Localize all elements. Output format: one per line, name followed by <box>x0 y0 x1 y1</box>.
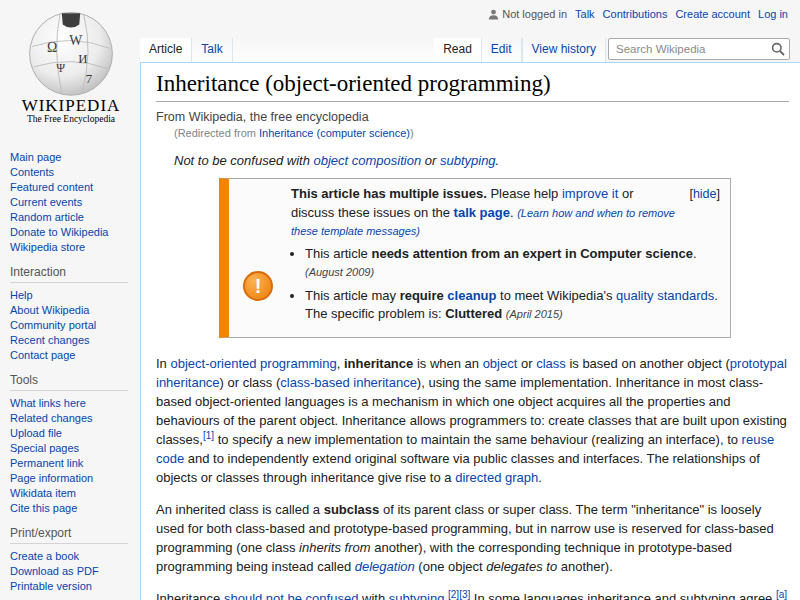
sidebar-item-special-pages[interactable]: Special pages <box>10 442 79 454</box>
sidebar-list-item: Community portal <box>10 318 132 333</box>
sidebar-item-contents[interactable]: Contents <box>10 166 54 178</box>
not-logged-in-label: Not logged in <box>502 8 567 20</box>
portal-heading: Interaction <box>10 265 128 283</box>
sidebar-list-item: Special pages <box>10 441 132 456</box>
reference-link[interactable]: [2] <box>448 588 459 599</box>
sidebar-list-item: Page information <box>10 471 132 486</box>
text-segment: This article has multiple issues. <box>291 186 487 201</box>
user-icon <box>488 9 499 20</box>
tab-talk[interactable]: Talk <box>191 38 232 62</box>
sidebar-list-item: Permanent link <box>10 456 132 471</box>
sidebar-item-permanent-link[interactable]: Permanent link <box>10 457 83 469</box>
hide-toggle[interactable]: [hide] <box>689 185 720 204</box>
svg-text:W: W <box>69 33 82 48</box>
sidebar-item-main-page[interactable]: Main page <box>10 151 61 163</box>
wikipedia-logo[interactable]: Ω W И 7 Ψ WIKIPEDIA The Free Encyclopedi… <box>10 6 132 144</box>
issues-list: This article needs attention from an exp… <box>285 245 722 329</box>
portal-print-export: Print/exportCreate a bookDownload as PDF… <box>10 526 132 594</box>
text-segment: (April 2015) <box>506 308 563 320</box>
wiki-link[interactable]: Inheritance (computer science) <box>259 127 410 139</box>
wiki-link[interactable]: should not be confused <box>224 591 358 600</box>
tab-read[interactable]: Read <box>434 38 481 62</box>
personal-link-talk[interactable]: Talk <box>575 8 595 20</box>
sidebar-item-upload-file[interactable]: Upload file <box>10 427 62 439</box>
sidebar-item-download-as-pdf[interactable]: Download as PDF <box>10 565 99 577</box>
wiki-link[interactable]: quality standards <box>616 288 714 303</box>
reference-link[interactable]: [3] <box>459 588 470 599</box>
reference-link[interactable]: [1] <box>203 429 214 440</box>
tab-strip: ArticleTalk ReadEditView history <box>140 38 606 62</box>
wiki-link[interactable]: hide <box>693 187 717 201</box>
text-segment: . <box>538 470 542 485</box>
text-segment: or <box>517 356 536 371</box>
sidebar-item-cite-this-page[interactable]: Cite this page <box>10 502 77 514</box>
portal-heading: Print/export <box>10 526 128 544</box>
sidebar-item-recent-changes[interactable]: Recent changes <box>10 334 90 346</box>
text-segment: (Redirected from <box>174 127 259 139</box>
personal-link-contributions[interactable]: Contributions <box>603 8 668 20</box>
text-segment: inherits from <box>299 540 371 555</box>
sidebar-item-printable-version[interactable]: Printable version <box>10 580 92 592</box>
text-segment: with <box>358 591 388 600</box>
sidebar-item-wikipedia-store[interactable]: Wikipedia store <box>10 241 85 253</box>
wiki-link[interactable]: talk page <box>454 205 510 220</box>
sidebar-list-item: Upload file <box>10 426 132 441</box>
svg-text:7: 7 <box>86 72 93 86</box>
wiki-link[interactable]: subtyping <box>389 591 445 600</box>
text-segment: another). <box>557 559 613 574</box>
tab-article[interactable]: Article <box>140 38 191 62</box>
wikipedia-globe-icon: Ω W И 7 Ψ <box>25 6 117 98</box>
search-input[interactable] <box>608 38 790 60</box>
wiki-link[interactable]: class <box>536 356 566 371</box>
sidebar-item-community-portal[interactable]: Community portal <box>10 319 96 331</box>
wiki-link[interactable]: improve it <box>562 186 618 201</box>
tab-edit[interactable]: Edit <box>481 38 522 62</box>
sidebar-list-item: Current events <box>10 195 132 210</box>
text-segment: subclass <box>324 502 380 517</box>
sidebar-list-item: What links here <box>10 396 132 411</box>
sidebar-item-create-a-book[interactable]: Create a book <box>10 550 79 562</box>
personal-link-log-in[interactable]: Log in <box>758 8 788 20</box>
wiki-link[interactable]: object-oriented programming <box>170 356 336 371</box>
portal-navigation: Main pageContentsFeatured contentCurrent… <box>10 150 132 255</box>
wiki-link[interactable]: class-based inheritance <box>280 375 417 390</box>
sidebar-item-current-events[interactable]: Current events <box>10 196 82 208</box>
text-segment: or <box>421 153 440 168</box>
wiki-link[interactable]: object composition <box>313 153 421 168</box>
wiki-link[interactable]: directed graph <box>455 470 538 485</box>
page-title: Inheritance (object-oriented programming… <box>156 69 789 102</box>
sidebar-list-item: Donate to Wikipedia <box>10 225 132 240</box>
search-icon[interactable] <box>771 42 785 56</box>
sidebar-item-about-wikipedia[interactable]: About Wikipedia <box>10 304 90 316</box>
sidebar-list-item: Wikidata item <box>10 486 132 501</box>
wiki-link[interactable]: delegation <box>355 559 415 574</box>
paragraph-1: In object-oriented programming, inherita… <box>156 354 789 487</box>
sidebar-item-random-article[interactable]: Random article <box>10 211 84 223</box>
sidebar-item-related-changes[interactable]: Related changes <box>10 412 93 424</box>
text-segment: is based on another object ( <box>566 356 730 371</box>
text-segment: In some languages inheritance and subtyp… <box>470 591 776 600</box>
paragraph-2: An inherited class is called a subclass … <box>156 500 789 576</box>
sidebar-item-what-links-here[interactable]: What links here <box>10 397 86 409</box>
sidebar-list-item: Contact page <box>10 348 132 363</box>
personal-link-create-account[interactable]: Create account <box>675 8 750 20</box>
text-segment: (August 2009) <box>305 266 374 278</box>
text-segment: is when an <box>413 356 482 371</box>
tab-view-history[interactable]: View history <box>522 38 606 62</box>
sidebar-item-featured-content[interactable]: Featured content <box>10 181 93 193</box>
issue-item: This article needs attention from an exp… <box>305 245 722 282</box>
svg-text:Ω: Ω <box>47 40 57 55</box>
sidebar-item-wikidata-item[interactable]: Wikidata item <box>10 487 76 499</box>
wiki-link[interactable]: subtyping <box>440 153 496 168</box>
sidebar-item-help[interactable]: Help <box>10 289 33 301</box>
wiki-link[interactable]: cleanup <box>447 288 496 303</box>
sidebar-item-page-information[interactable]: Page information <box>10 472 93 484</box>
text-segment: to specify a new implementation to maint… <box>214 432 742 447</box>
sidebar-item-donate-to-wikipedia[interactable]: Donate to Wikipedia <box>10 226 108 238</box>
reference-link[interactable]: [a] <box>776 588 787 599</box>
wiki-link[interactable]: object <box>483 356 518 371</box>
article-content: Inheritance (object-oriented programming… <box>140 62 800 600</box>
sidebar-list-item: Related changes <box>10 411 132 426</box>
sidebar-item-contact-page[interactable]: Contact page <box>10 349 75 361</box>
logo-wordmark: WIKIPEDIA <box>10 98 132 114</box>
